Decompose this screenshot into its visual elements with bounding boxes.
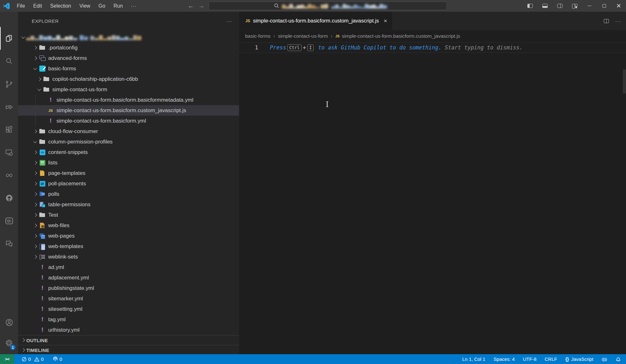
tree-item-label: ▃▆▂▇▅▆▃▇▂▅▆▃ ▇▅ ▆▃▇▂▅▇▆▃▅▂▇▆ [26,35,142,40]
tree-item[interactable]: copilot-scholarship-application-c6bb [18,74,239,84]
indentation-setting[interactable]: Spaces: 4 [489,354,519,364]
tree-item[interactable]: simple-contact-us-form.basicform.yml [18,116,239,126]
breadcrumb-item[interactable]: JS simple-contact-us-form [271,33,328,39]
copilot-status[interactable] [597,354,611,364]
chevron-right-icon [20,347,26,353]
eol-setting[interactable]: CRLF [541,354,561,364]
tree-item[interactable]: .portalconfig [18,42,239,53]
toggle-panel-icon[interactable] [542,4,548,8]
customize-layout-icon[interactable] [572,4,577,8]
settings-gear-icon[interactable]: 1 [0,333,18,353]
notifications[interactable] [611,354,622,364]
outline-section[interactable]: OUTLINE [18,335,239,345]
split-editor-icon[interactable] [604,19,609,23]
menu-overflow-icon[interactable]: ··· [127,3,140,9]
menu-selection[interactable]: Selection [46,0,75,12]
tree-item-label: polls [48,191,59,197]
maximize-button[interactable] [597,0,611,12]
run-and-debug-icon[interactable] [0,95,18,118]
chevron-icon [32,191,38,197]
tree-item[interactable]: lists [18,157,239,168]
tree-item[interactable]: basic-forms [18,63,239,74]
tree-item[interactable]: cloud-flow-consumer [18,126,239,137]
tree-item[interactable]: advanced-forms [18,53,239,63]
tree-item[interactable]: simple-contact-us-form [18,84,239,95]
status-bar: >< 0 0 0 Ln 1, Col 1 Spaces: 4 UTF-8 CRL… [0,354,626,364]
tree-item-label: ad.yml [48,264,64,271]
tree-item[interactable]: web-pages [18,231,239,241]
redacted-search-text: ▃▆▂▇▅▃▆▄▂▇▅▆▃▇▅ [331,3,387,9]
navigate-back-icon[interactable]: ← [188,3,194,10]
explorer-icon[interactable] [0,27,18,50]
history-navigation: ← → [188,3,204,10]
tree-item-label: sitemarker.yml [48,296,83,302]
github-icon[interactable] [0,187,18,209]
language-mode[interactable]: {}JavaScript [561,354,597,364]
tree-item[interactable]: page-templates [18,168,239,178]
toggle-secondary-sidebar-icon[interactable] [557,4,563,8]
chevron-icon [36,86,42,93]
menu-view[interactable]: View [75,0,94,12]
tree-item[interactable]: simple-contact-us-form.basicform.basicfo… [18,95,239,105]
tree-item[interactable]: publishingstate.yml [18,283,239,293]
tree-item[interactable]: polls [18,189,239,199]
tree-item[interactable]: weblink-sets [18,252,239,262]
tree-item[interactable]: column-permission-profiles [18,137,239,147]
ports-indicator[interactable]: 0 [50,354,65,364]
sidebar-sections: OUTLINE TIMELINE [18,335,239,354]
file-icon [43,86,50,93]
menu-go[interactable]: Go [95,0,109,12]
tree-item[interactable]: sitemarker.yml [18,293,239,304]
tree-item[interactable]: tag.yml [18,314,239,325]
tree-item[interactable]: ad.yml [18,262,239,272]
extensions-icon[interactable] [0,118,18,141]
tree-item-label: sitesetting.yml [48,306,82,312]
timeline-section[interactable]: TIMELINE [18,345,239,354]
chevron-icon [32,160,38,166]
tree-item[interactable]: simple-contact-us-form.basicform.custom_… [18,105,239,116]
tab-close-icon[interactable]: × [384,17,387,24]
power-platform-icon[interactable] [0,164,18,187]
close-button[interactable]: ✕ [611,0,626,12]
editor-scrollbar[interactable] [623,69,626,93]
editor-tabs: JS simple-contact-us-form.basicform.cust… [239,12,626,30]
more-actions-icon[interactable]: ··· [615,18,621,24]
minimize-button[interactable] [582,0,597,12]
breadcrumb-item[interactable]: JS simple-contact-us-form.basicform.cust… [328,33,460,39]
command-center-search[interactable]: ▆▃▇▂▅▆▃▇▅▂ ▆▇ ▃▆▂▇▅▃▆▄▂▇▅▆▃▇▅ [209,2,447,10]
comments-icon[interactable] [0,232,18,255]
breadcrumb-item[interactable]: JS basic-forms [245,33,271,39]
tree-item[interactable]: Test [18,210,239,220]
code-editor[interactable]: 1 PressCtrl+I to ask GitHub Copilot to d… [239,42,626,354]
tree-item[interactable]: poll-placements [18,178,239,189]
tree-item[interactable]: ▃▆▂▇▅▆▃▇▂▅▆▃ ▇▅ ▆▃▇▂▅▇▆▃▅▂▇▆ [18,32,239,42]
cursor-position[interactable]: Ln 1, Col 1 [458,354,490,364]
tab-custom-javascript[interactable]: JS simple-contact-us-form.basicform.cust… [239,12,392,30]
tree-item[interactable]: adplacement.yml [18,272,239,283]
tree-item[interactable]: web-files [18,220,239,231]
tree-item[interactable]: web-templates [18,241,239,252]
menu-run[interactable]: Run [109,0,127,12]
activity-bar-bottom: 1 [0,312,18,353]
menu-file[interactable]: File [13,0,29,12]
remote-indicator[interactable]: >< [0,354,14,364]
explorer-actions-icon[interactable]: ··· [226,18,232,24]
codeql-icon[interactable]: QL [0,209,18,232]
tree-item[interactable]: content-snippets [18,147,239,157]
toggle-primary-sidebar-icon[interactable] [527,4,533,8]
search-icon[interactable] [0,50,18,73]
remote-explorer-icon[interactable] [0,141,18,164]
chevron-icon [32,170,38,176]
navigate-forward-icon[interactable]: → [198,3,204,10]
source-control-icon[interactable] [0,73,18,95]
problems-indicator[interactable]: 0 0 [19,354,47,364]
encoding-setting[interactable]: UTF-8 [519,354,541,364]
editor-actions: ··· [604,12,621,30]
tree-item[interactable]: table-permissions [18,199,239,210]
js-file-icon: JS [245,19,250,23]
menu-edit[interactable]: Edit [29,0,46,12]
tree-item[interactable]: sitesetting.yml [18,304,239,314]
tree-item[interactable]: urlhistory.yml [18,325,239,335]
accounts-icon[interactable] [0,312,18,333]
settings-badge: 1 [10,345,16,350]
